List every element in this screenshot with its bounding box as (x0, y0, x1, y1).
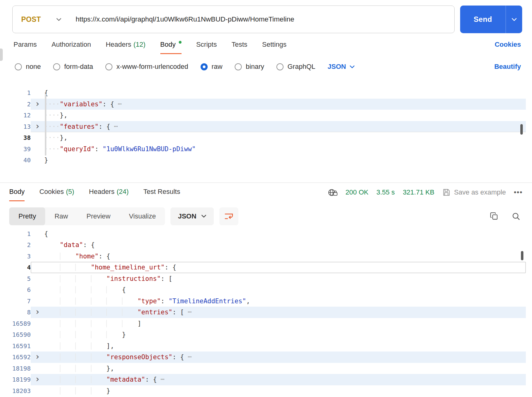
indent-guide (44, 342, 60, 350)
indent-guide (60, 320, 76, 327)
search-response-button[interactable] (512, 212, 520, 221)
tab-params[interactable]: Params (14, 41, 37, 54)
fold-gutter (31, 132, 44, 143)
indent-guide (91, 365, 107, 372)
code-line-4: 4 "home_timeline_urt": { (0, 262, 532, 273)
cookies-link[interactable]: Cookies (495, 41, 521, 54)
fold-gutter (31, 273, 44, 285)
json-key: "responseObjects" (106, 353, 172, 361)
fold-gutter (31, 155, 44, 166)
indent-guide (91, 275, 107, 282)
beautify-link[interactable]: Beautify (494, 63, 521, 71)
fold-ellipsis: … (188, 352, 192, 361)
indent-guide (60, 297, 76, 305)
bracket-scope-guide (45, 94, 46, 155)
body-format-select[interactable]: JSON (328, 63, 355, 71)
response-tab-test-results[interactable]: Test Results (143, 188, 180, 201)
code-text: "data": { (44, 239, 526, 251)
code-line-1: 1{ (0, 87, 532, 99)
url-input[interactable] (76, 15, 446, 23)
indent-guide (60, 353, 76, 361)
save-as-example-button[interactable]: Save as example (442, 188, 506, 196)
whitespace-dots: ···· (44, 100, 60, 108)
view-tab-visualize[interactable]: Visualize (120, 207, 165, 225)
request-editor-scrollbar[interactable] (520, 124, 523, 135)
response-format-select[interactable]: JSON (170, 207, 214, 225)
tab-authorization[interactable]: Authorization (52, 41, 91, 54)
code-line-body: "home_timeline_urt": { (31, 262, 526, 273)
tab-label: Scripts (196, 41, 217, 48)
request-url-row: POST Send (0, 0, 532, 33)
fold-chevron-icon[interactable]: › (31, 307, 44, 318)
send-button-label[interactable]: Send (460, 6, 506, 33)
code-line-1: 1{ (0, 228, 532, 240)
tab-tests[interactable]: Tests (232, 41, 247, 54)
fold-chevron-icon[interactable]: › (31, 352, 44, 363)
fold-chevron-icon[interactable]: › (31, 99, 44, 110)
code-line-40: 40} (0, 155, 532, 166)
line-number: 3 (0, 251, 31, 262)
tab-scripts[interactable]: Scripts (196, 41, 217, 54)
more-options-button[interactable]: ••• (514, 188, 523, 196)
code-line-8: 8› "entries": [… (0, 307, 532, 318)
code-text: "entries": [… (44, 307, 526, 318)
whitespace-dots: ···· (44, 112, 60, 119)
tab-body[interactable]: Body (160, 41, 182, 54)
body-type-raw[interactable]: raw (201, 63, 222, 71)
tab-label: Tests (232, 41, 247, 48)
chevron-down-icon (56, 18, 61, 21)
code-line-13: 13›····"features": {… (0, 121, 532, 132)
copy-response-button[interactable] (490, 212, 498, 220)
code-line-body: } (31, 329, 526, 340)
json-string: "TimelineAddEntries" (169, 297, 246, 305)
send-button[interactable]: Send (460, 6, 522, 33)
unsaved-changes-dot-icon (179, 41, 182, 44)
body-type-binary[interactable]: binary (235, 63, 264, 71)
response-time: 3.55 s (376, 188, 395, 196)
json-punctuation: } (106, 387, 110, 395)
body-type-label: GraphQL (288, 63, 315, 71)
view-tab-preview[interactable]: Preview (77, 207, 119, 225)
body-type-none[interactable]: none (15, 63, 41, 71)
response-editor-scrollbar[interactable] (521, 251, 523, 260)
indent-guide (44, 353, 60, 361)
fold-gutter (31, 262, 44, 273)
view-tab-pretty[interactable]: Pretty (9, 207, 45, 225)
code-line-body: ], (31, 340, 526, 352)
response-tab-cookies[interactable]: Cookies(5) (39, 188, 74, 201)
fold-chevron-icon[interactable]: › (31, 374, 44, 385)
view-tab-raw[interactable]: Raw (45, 207, 77, 225)
code-text: ····"queryId": "1u0Wlkw6Ru1NwBUD-pDiww" (44, 143, 526, 155)
tab-settings[interactable]: Settings (262, 41, 287, 54)
radio-unselected-icon (53, 63, 60, 70)
body-format-label: JSON (328, 63, 346, 71)
response-tab-body[interactable]: Body (9, 188, 25, 201)
code-line-body: › "entries": [… (31, 307, 526, 318)
json-punctuation: }, (106, 365, 114, 372)
tab-count: (5) (66, 188, 74, 195)
fold-gutter (31, 110, 44, 121)
json-punctuation: : { (83, 241, 95, 249)
indent-guide (60, 331, 76, 338)
fold-chevron-icon[interactable]: › (31, 121, 44, 132)
response-tab-headers[interactable]: Headers(24) (89, 188, 129, 201)
indent-guide (44, 320, 60, 327)
line-number: 16591 (0, 340, 31, 352)
code-text: } (44, 329, 526, 340)
body-type-x-www-form-urlencoded[interactable]: x-www-form-urlencoded (105, 63, 188, 71)
network-globe-lock-icon (328, 188, 338, 197)
indent-guide (60, 275, 76, 282)
body-type-form-data[interactable]: form-data (53, 63, 93, 71)
wrap-lines-button[interactable] (219, 207, 238, 225)
method-selector[interactable]: POST (21, 15, 61, 24)
indent-guide (75, 342, 91, 350)
indent-guide (44, 264, 60, 271)
code-line-body: ····}, (31, 110, 526, 121)
tab-headers[interactable]: Headers(12) (106, 41, 145, 54)
json-punctuation: , (246, 297, 250, 305)
radio-unselected-icon (276, 63, 284, 70)
json-key: "type" (137, 297, 161, 305)
indent-guide (75, 286, 91, 293)
send-options-caret[interactable] (506, 6, 522, 33)
body-type-graphql[interactable]: GraphQL (276, 63, 315, 71)
